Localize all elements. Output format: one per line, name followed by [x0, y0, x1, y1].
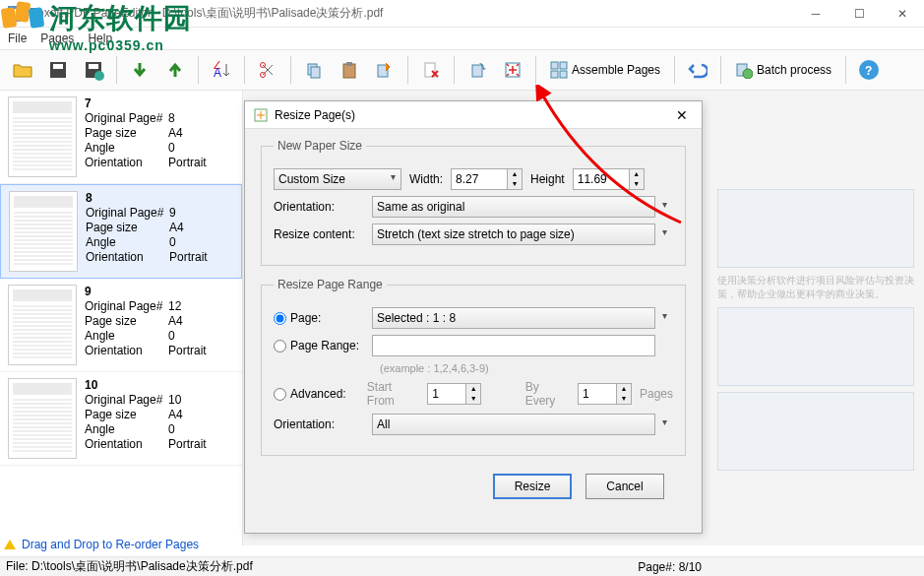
svg-point-24 [743, 69, 753, 79]
page-thumbnail[interactable] [8, 96, 77, 177]
assemble-icon [550, 61, 568, 79]
resize-dialog-icon [253, 107, 269, 123]
menu-file[interactable]: File [8, 32, 27, 45]
svg-rect-13 [343, 64, 355, 78]
move-down-button[interactable] [123, 53, 156, 87]
replace-button[interactable] [368, 53, 401, 87]
maximize-button[interactable]: ☐ [837, 0, 881, 28]
help-button[interactable]: ? [852, 53, 886, 87]
delete-page-icon [422, 61, 440, 79]
folder-open-icon [12, 59, 33, 81]
page-list-sidebar[interactable]: 7 Original Page#8 Page sizeA4 Angle0 Ori… [0, 91, 243, 545]
svg-rect-1 [11, 9, 21, 19]
svg-rect-12 [311, 67, 320, 78]
assemble-pages-button[interactable]: Assemble Pages [542, 53, 668, 87]
page-item[interactable]: 7 Original Page#8 Page sizeA4 Angle0 Ori… [0, 91, 242, 184]
page-thumbnail[interactable] [9, 191, 78, 272]
warning-icon [4, 540, 16, 549]
start-from-input[interactable] [427, 383, 466, 405]
copy-icon [305, 61, 323, 79]
dialog-close-button[interactable]: ✕ [670, 107, 694, 123]
resize-button[interactable]: Resize [493, 474, 572, 499]
title-bar: Boxoft PDF PageEditor - D:\tools\桌面\说明书\… [0, 0, 924, 28]
page-select[interactable]: Selected : 1 : 8 [372, 307, 655, 329]
help-icon: ? [858, 59, 880, 81]
dialog-title-bar: Resize Page(s) ✕ [245, 101, 702, 129]
page-meta: 7 Original Page#8 Page sizeA4 Angle0 Ori… [85, 96, 207, 177]
start-from-label: Start From [367, 380, 419, 408]
page-meta: 9 Original Page#12 Page sizeA4 Angle0 Or… [85, 285, 207, 365]
orientation2-label: Orientation: [274, 417, 364, 431]
resize-icon [503, 60, 523, 80]
resize-page-range-group: Resize Page Range Page: Selected : 1 : 8… [261, 278, 686, 456]
resize-page-button[interactable] [496, 53, 529, 87]
status-page: Page#: 8/10 [638, 560, 702, 574]
status-file: File: D:\tools\桌面\说明书\Palisade决策分析.pdf [6, 558, 253, 575]
page-range-input[interactable] [372, 335, 655, 356]
cut-button[interactable] [251, 53, 284, 87]
svg-rect-20 [560, 62, 567, 69]
save-as-button[interactable] [77, 53, 110, 87]
toolbar: ZA Assemble Pages Batch process ? [0, 49, 924, 91]
page-range-radio[interactable]: Page Range: [274, 339, 364, 352]
svg-rect-3 [53, 64, 63, 69]
save-icon [47, 59, 69, 81]
page-thumbnail[interactable] [8, 378, 77, 459]
paste-icon [340, 61, 358, 79]
page-item[interactable]: 10 Original Page#10 Page sizeA4 Angle0 O… [0, 372, 242, 466]
pages-suffix: Pages [640, 387, 673, 401]
scissors-icon [259, 61, 277, 79]
assemble-label: Assemble Pages [572, 63, 660, 77]
close-window-button[interactable]: ✕ [881, 0, 924, 28]
height-input[interactable] [573, 168, 630, 190]
paste-button[interactable] [333, 53, 366, 87]
page-meta: 10 Original Page#10 Page sizeA4 Angle0 O… [85, 378, 207, 459]
undo-button[interactable] [681, 53, 714, 87]
move-up-button[interactable] [158, 53, 192, 87]
width-input[interactable] [451, 168, 508, 190]
arrow-down-icon [131, 61, 149, 79]
paper-size-select[interactable]: Custom Size [274, 168, 401, 190]
page-thumbnail[interactable] [8, 285, 77, 365]
sort-button[interactable]: ZA [205, 53, 238, 87]
svg-text:?: ? [865, 64, 872, 78]
undo-icon [688, 61, 708, 79]
page-meta: 8 Original Page#9 Page sizeA4 Angle0 Ori… [86, 191, 208, 272]
width-spinner[interactable]: ▲▼ [508, 168, 523, 190]
window-title: Boxoft PDF PageEditor - D:\tools\桌面\说明书\… [30, 5, 383, 22]
orientation-select[interactable]: Same as original [372, 196, 655, 218]
page-item[interactable]: 9 Original Page#12 Page sizeA4 Angle0 Or… [0, 279, 242, 372]
menu-bar: File Pages Help [0, 28, 924, 49]
copy-button[interactable] [297, 53, 331, 87]
by-every-input[interactable] [578, 383, 617, 405]
save-button[interactable] [41, 53, 75, 87]
rotate-button[interactable] [461, 53, 494, 87]
page-radio[interactable]: Page: [274, 311, 364, 325]
replace-icon [376, 61, 394, 79]
delete-button[interactable] [414, 53, 448, 87]
orientation2-select[interactable]: All [372, 414, 655, 435]
advanced-radio[interactable]: Advanced: [274, 387, 359, 401]
app-icon [8, 6, 24, 22]
open-button[interactable] [6, 53, 39, 87]
status-bar: File: D:\tools\桌面\说明书\Palisade决策分析.pdf P… [0, 556, 924, 576]
resize-content-select[interactable]: Stretch (text size stretch to page size) [372, 224, 655, 245]
batch-label: Batch process [757, 63, 832, 77]
menu-help[interactable]: Help [88, 32, 112, 45]
minimize-button[interactable]: ─ [794, 0, 837, 28]
svg-rect-17 [472, 65, 482, 77]
arrow-up-icon [166, 61, 184, 79]
page-item[interactable]: 8 Original Page#9 Page sizeA4 Angle0 Ori… [0, 184, 242, 279]
height-spinner[interactable]: ▲▼ [630, 168, 645, 190]
sort-az-icon: ZA [213, 61, 230, 79]
batch-process-button[interactable]: Batch process [727, 53, 839, 87]
svg-point-6 [94, 71, 104, 81]
cancel-button[interactable]: Cancel [585, 474, 664, 499]
orientation-label: Orientation: [274, 200, 364, 214]
svg-rect-22 [560, 71, 567, 78]
preview-column: 使用决策分析软件进行项目风险评估与投资决策，帮助企业做出更科学的商业决策。 [717, 189, 914, 471]
svg-rect-5 [89, 64, 98, 69]
menu-pages[interactable]: Pages [40, 32, 74, 45]
rotate-icon [467, 60, 487, 80]
svg-rect-14 [346, 62, 352, 66]
